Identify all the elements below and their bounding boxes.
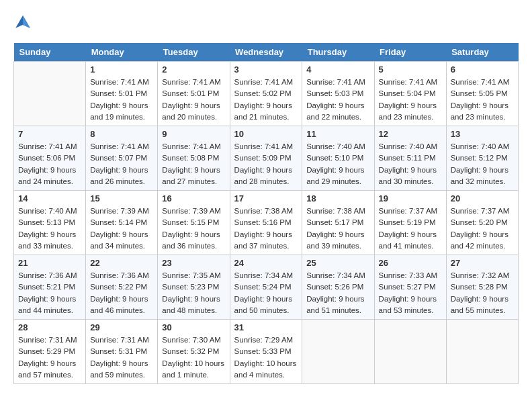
cell-content: Sunrise: 7:35 AM Sunset: 5:23 PM Dayligh…	[162, 270, 225, 316]
cell-content: Sunrise: 7:39 AM Sunset: 5:15 PM Dayligh…	[162, 205, 225, 252]
sunrise-text: Sunrise: 7:38 AM	[234, 205, 298, 217]
cell-content: Sunrise: 7:37 AM Sunset: 5:20 PM Dayligh…	[451, 205, 514, 252]
sunset-text: Sunset: 5:31 PM	[90, 346, 153, 357]
sunset-text: Sunset: 5:09 PM	[234, 152, 298, 164]
cell-content: Sunrise: 7:41 AM Sunset: 5:02 PM Dayligh…	[234, 77, 298, 123]
daylight-text: Daylight: 9 hours and 41 minutes.	[379, 229, 442, 253]
cell-content: Sunrise: 7:41 AM Sunset: 5:08 PM Dayligh…	[162, 141, 225, 187]
calendar-cell: 28 Sunrise: 7:31 AM Sunset: 5:29 PM Dayl…	[14, 320, 86, 384]
day-number: 13	[451, 129, 514, 139]
daylight-text: Daylight: 10 hours and 1 minute.	[162, 358, 225, 381]
calendar-cell: 15 Sunrise: 7:39 AM Sunset: 5:14 PM Dayl…	[86, 191, 158, 255]
daylight-text: Daylight: 9 hours and 34 minutes.	[90, 229, 153, 253]
week-row-3: 14 Sunrise: 7:40 AM Sunset: 5:13 PM Dayl…	[14, 191, 519, 255]
day-number: 1	[90, 64, 153, 75]
svg-marker-1	[23, 15, 30, 28]
calendar-cell: 14 Sunrise: 7:40 AM Sunset: 5:13 PM Dayl…	[14, 191, 86, 255]
calendar-cell: 12 Sunrise: 7:40 AM Sunset: 5:11 PM Dayl…	[374, 126, 446, 191]
day-number: 30	[162, 322, 225, 332]
day-number: 7	[18, 129, 81, 139]
weekday-header-friday: Friday	[374, 43, 446, 62]
sunset-text: Sunset: 5:10 PM	[306, 152, 369, 164]
daylight-text: Daylight: 9 hours and 23 minutes.	[379, 100, 442, 124]
day-number: 12	[379, 129, 442, 139]
calendar-cell: 27 Sunrise: 7:32 AM Sunset: 5:28 PM Dayl…	[446, 255, 518, 320]
day-number: 21	[18, 258, 81, 268]
daylight-text: Daylight: 9 hours and 27 minutes.	[162, 165, 225, 188]
day-number: 6	[451, 64, 514, 75]
calendar-cell: 26 Sunrise: 7:33 AM Sunset: 5:27 PM Dayl…	[374, 255, 446, 320]
daylight-text: Daylight: 9 hours and 28 minutes.	[234, 165, 298, 188]
sunset-text: Sunset: 5:01 PM	[162, 88, 225, 99]
cell-content: Sunrise: 7:30 AM Sunset: 5:32 PM Dayligh…	[162, 334, 225, 381]
sunrise-text: Sunrise: 7:41 AM	[379, 77, 442, 88]
cell-content: Sunrise: 7:38 AM Sunset: 5:16 PM Dayligh…	[234, 205, 298, 252]
cell-content: Sunrise: 7:41 AM Sunset: 5:07 PM Dayligh…	[90, 141, 153, 187]
daylight-text: Daylight: 9 hours and 59 minutes.	[90, 358, 153, 381]
sunset-text: Sunset: 5:15 PM	[162, 217, 225, 228]
sunrise-text: Sunrise: 7:41 AM	[162, 141, 225, 152]
cell-content: Sunrise: 7:36 AM Sunset: 5:21 PM Dayligh…	[18, 270, 81, 316]
daylight-text: Daylight: 9 hours and 36 minutes.	[162, 229, 225, 253]
calendar-cell: 23 Sunrise: 7:35 AM Sunset: 5:23 PM Dayl…	[158, 255, 230, 320]
sunset-text: Sunset: 5:27 PM	[379, 281, 442, 293]
day-number: 5	[379, 64, 442, 75]
calendar-cell: 16 Sunrise: 7:39 AM Sunset: 5:15 PM Dayl…	[158, 191, 230, 255]
sunset-text: Sunset: 5:29 PM	[18, 346, 81, 357]
sunset-text: Sunset: 5:02 PM	[234, 88, 298, 99]
cell-content: Sunrise: 7:40 AM Sunset: 5:10 PM Dayligh…	[306, 141, 369, 187]
day-number: 24	[234, 258, 298, 268]
day-number: 11	[306, 129, 369, 139]
day-number: 15	[90, 193, 153, 203]
day-number: 26	[379, 258, 442, 268]
week-row-5: 28 Sunrise: 7:31 AM Sunset: 5:29 PM Dayl…	[14, 320, 519, 384]
daylight-text: Daylight: 9 hours and 48 minutes.	[162, 293, 225, 317]
sunset-text: Sunset: 5:22 PM	[90, 281, 153, 293]
sunset-text: Sunset: 5:03 PM	[306, 88, 369, 99]
day-number: 18	[306, 193, 369, 203]
sunset-text: Sunset: 5:33 PM	[234, 346, 298, 357]
sunrise-text: Sunrise: 7:41 AM	[234, 77, 298, 88]
daylight-text: Daylight: 9 hours and 19 minutes.	[90, 100, 153, 124]
weekday-header-tuesday: Tuesday	[158, 43, 230, 62]
cell-content: Sunrise: 7:33 AM Sunset: 5:27 PM Dayligh…	[379, 270, 442, 316]
sunrise-text: Sunrise: 7:41 AM	[90, 141, 153, 152]
daylight-text: Daylight: 9 hours and 23 minutes.	[451, 100, 514, 124]
sunset-text: Sunset: 5:16 PM	[234, 217, 298, 228]
sunrise-text: Sunrise: 7:33 AM	[379, 270, 442, 281]
sunset-text: Sunset: 5:12 PM	[451, 152, 514, 164]
daylight-text: Daylight: 10 hours and 4 minutes.	[234, 358, 298, 381]
sunset-text: Sunset: 5:11 PM	[379, 152, 442, 164]
daylight-text: Daylight: 9 hours and 39 minutes.	[306, 229, 369, 253]
sunrise-text: Sunrise: 7:40 AM	[306, 141, 369, 152]
sunrise-text: Sunrise: 7:41 AM	[90, 77, 153, 88]
calendar-cell	[446, 320, 518, 384]
day-number: 19	[379, 193, 442, 203]
day-number: 25	[306, 258, 369, 268]
sunset-text: Sunset: 5:32 PM	[162, 346, 225, 357]
cell-content: Sunrise: 7:37 AM Sunset: 5:19 PM Dayligh…	[379, 205, 442, 252]
daylight-text: Daylight: 9 hours and 30 minutes.	[379, 165, 442, 188]
cell-content: Sunrise: 7:40 AM Sunset: 5:13 PM Dayligh…	[18, 205, 81, 252]
calendar-cell: 30 Sunrise: 7:30 AM Sunset: 5:32 PM Dayl…	[158, 320, 230, 384]
sunset-text: Sunset: 5:13 PM	[18, 217, 81, 228]
week-row-4: 21 Sunrise: 7:36 AM Sunset: 5:21 PM Dayl…	[14, 255, 519, 320]
day-number: 23	[162, 258, 225, 268]
calendar-table: SundayMondayTuesdayWednesdayThursdayFrid…	[13, 43, 519, 384]
cell-content: Sunrise: 7:41 AM Sunset: 5:03 PM Dayligh…	[306, 77, 369, 123]
cell-content: Sunrise: 7:36 AM Sunset: 5:22 PM Dayligh…	[90, 270, 153, 316]
logo	[13, 13, 35, 32]
sunset-text: Sunset: 5:06 PM	[18, 152, 81, 164]
sunset-text: Sunset: 5:05 PM	[451, 88, 514, 99]
sunrise-text: Sunrise: 7:31 AM	[90, 334, 153, 346]
cell-content: Sunrise: 7:29 AM Sunset: 5:33 PM Dayligh…	[234, 334, 298, 381]
calendar-cell: 17 Sunrise: 7:38 AM Sunset: 5:16 PM Dayl…	[230, 191, 302, 255]
daylight-text: Daylight: 9 hours and 46 minutes.	[90, 293, 153, 317]
sunset-text: Sunset: 5:26 PM	[306, 281, 369, 293]
daylight-text: Daylight: 9 hours and 37 minutes.	[234, 229, 298, 253]
calendar-cell: 10 Sunrise: 7:41 AM Sunset: 5:09 PM Dayl…	[230, 126, 302, 191]
day-number: 4	[306, 64, 369, 75]
sunset-text: Sunset: 5:04 PM	[379, 88, 442, 99]
calendar-cell: 3 Sunrise: 7:41 AM Sunset: 5:02 PM Dayli…	[230, 62, 302, 126]
calendar-cell: 31 Sunrise: 7:29 AM Sunset: 5:33 PM Dayl…	[230, 320, 302, 384]
